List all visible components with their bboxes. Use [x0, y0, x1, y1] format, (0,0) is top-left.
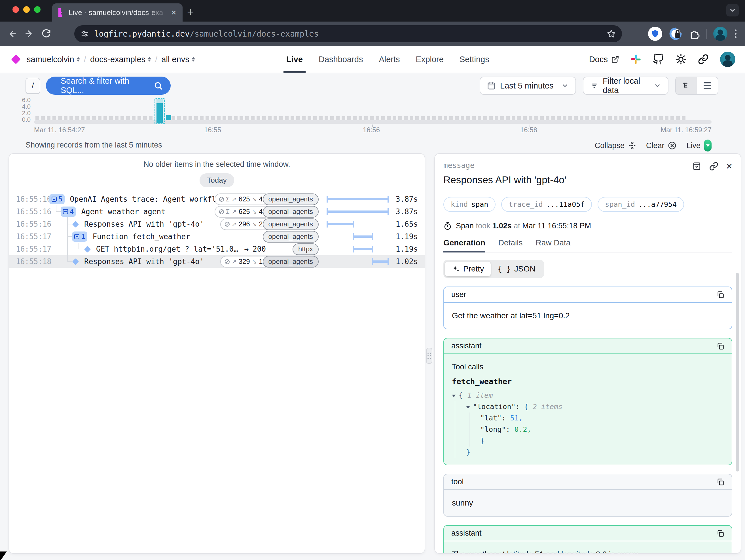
detail-tabs: GenerationDetailsRaw Data [443, 238, 732, 252]
time-range-dropdown[interactable]: Last 5 minutes [480, 76, 576, 95]
tab-search-button[interactable] [726, 4, 739, 17]
tree-expander[interactable]: 4 [61, 207, 76, 217]
breadcrumb-project[interactable]: docs-examples [90, 55, 151, 64]
bitwarden-extension-icon[interactable] [648, 27, 662, 41]
new-tab-button[interactable]: + [187, 6, 194, 18]
zoom-window-button[interactable] [34, 6, 40, 13]
copy-icon[interactable] [716, 291, 724, 299]
tree-expander[interactable]: 1 [72, 231, 87, 242]
search-input[interactable]: Search & filter with SQL... [46, 76, 171, 95]
today-badge: Today [200, 173, 234, 187]
nav-item-live[interactable]: Live [286, 46, 303, 73]
timeline-selected-bar[interactable] [157, 99, 163, 123]
tab-close-icon[interactable]: × [170, 8, 177, 17]
tree-view-toggle[interactable] [676, 77, 697, 94]
logfire-logo[interactable] [11, 55, 21, 64]
scope-tag[interactable]: httpx [293, 243, 319, 255]
message-card-user: user Get the weather at lat=51 lng=0.2 [443, 286, 732, 329]
share-link-icon[interactable] [698, 54, 709, 65]
close-window-button[interactable] [12, 6, 19, 13]
external-link-icon [611, 55, 619, 63]
theme-sun-icon[interactable] [675, 54, 687, 65]
local-filter-dropdown[interactable]: Filter local data [583, 76, 669, 95]
panel-splitter-handle[interactable] [426, 348, 432, 364]
tree-expander[interactable]: 5 [49, 194, 65, 204]
slack-icon[interactable] [630, 54, 641, 65]
timeline-chart[interactable]: Mar 11. 16:54:27 16:55 16:56 16:58 Mar 1… [34, 99, 712, 124]
dock-panel-icon[interactable] [692, 162, 701, 171]
back-icon[interactable] [7, 29, 17, 39]
clear-button[interactable]: Clear [646, 141, 677, 150]
breadcrumb-env[interactable]: all envs [161, 55, 195, 64]
minimize-window-button[interactable] [23, 6, 30, 13]
clear-circle-x-icon [668, 141, 677, 150]
list-view-icon [704, 82, 711, 89]
tab-generation[interactable]: Generation [443, 238, 485, 252]
span-name: GET httpbin.org/get ? lat='51.0' & long=… [96, 245, 239, 253]
waterfall-bar [319, 208, 390, 216]
span-duration-line: Span took 1.02s at Mar 11 16:55:18 PM [443, 222, 732, 230]
collapse-node-icon[interactable] [452, 395, 456, 397]
nav-item-dashboards[interactable]: Dashboards [319, 46, 363, 73]
nav-item-explore[interactable]: Explore [416, 46, 444, 73]
span-detail-panel: message × Responses API with 'gpt-4o' ki… [434, 153, 741, 554]
collapse-node-icon[interactable] [466, 406, 470, 408]
search-icon [154, 81, 163, 90]
pretty-toggle[interactable]: Pretty [445, 261, 491, 276]
scope-tag[interactable]: openai_agents [263, 218, 319, 230]
span-duration: 1.19s [390, 232, 418, 241]
span-diamond-icon [84, 246, 91, 252]
copy-icon[interactable] [716, 529, 724, 537]
trace-rows: 16:55:165OpenAI Agents trace: Agent work… [9, 193, 425, 268]
meta-pill-trace_id[interactable]: trace_id...11a05f [501, 197, 592, 212]
close-detail-icon[interactable]: × [726, 161, 732, 172]
input-tokens-icon: ↗ [232, 208, 237, 215]
copy-link-icon[interactable] [709, 162, 718, 171]
tool-result-text: sunny [444, 490, 732, 516]
list-view-toggle[interactable] [697, 77, 718, 94]
collapse-button[interactable]: Collapse [595, 141, 637, 150]
json-toggle[interactable]: { }JSON [491, 261, 542, 276]
child-count: 4 [70, 208, 74, 216]
copy-icon[interactable] [716, 342, 724, 350]
scope-tag[interactable]: openai_agents [263, 206, 319, 218]
extensions-puzzle-icon[interactable] [689, 28, 700, 39]
url-text[interactable]: logfire.pydantic.dev/samuelcolvin/docs-e… [94, 29, 602, 39]
chevron-updown-icon [76, 57, 80, 62]
forward-icon[interactable] [24, 29, 34, 39]
timeline-bar[interactable] [166, 115, 171, 120]
privacy-extension-icon[interactable] [669, 27, 683, 41]
browser-profile-avatar[interactable] [713, 27, 727, 41]
scope-tag[interactable]: openai_agents [263, 231, 319, 243]
trace-row[interactable]: 16:55:164Agent weather agentΣ↗625↘40open… [9, 206, 425, 218]
toolbar-divider [707, 29, 707, 39]
scope-tag[interactable]: openai_agents [263, 193, 319, 205]
trace-row[interactable]: 16:55:17GET httpbin.org/get ? lat='51.0'… [9, 243, 425, 255]
trace-row[interactable]: 16:55:165OpenAI Agents trace: Agent work… [9, 193, 425, 206]
tool-args-json-tree: { 1 item "location": { 2 items "lat": 51… [452, 390, 724, 458]
browser-menu-icon[interactable] [734, 28, 738, 39]
breadcrumb-org[interactable]: samuelcolvin [27, 55, 80, 64]
reload-icon[interactable] [41, 29, 51, 39]
tab-raw-data[interactable]: Raw Data [536, 238, 571, 252]
url-bar[interactable]: logfire.pydantic.dev/samuelcolvin/docs-e… [74, 25, 622, 42]
message-card-tool: tool sunny [443, 474, 732, 517]
copy-icon[interactable] [716, 478, 724, 486]
site-settings-icon[interactable] [80, 30, 89, 38]
github-icon[interactable] [653, 54, 664, 65]
nav-item-settings[interactable]: Settings [459, 46, 489, 73]
span-duration: 1.02s [390, 257, 418, 266]
docs-link[interactable]: Docs [589, 55, 619, 64]
user-avatar[interactable] [720, 52, 735, 67]
nav-item-alerts[interactable]: Alerts [379, 46, 400, 73]
span-name: Agent weather agent [81, 207, 165, 216]
browser-tab[interactable]: Live · samuelcolvin/docs-exa × [52, 3, 183, 22]
tab-details[interactable]: Details [498, 238, 523, 252]
assistant-final-text: The weather at latitude 51 and longitude… [444, 541, 732, 554]
meta-pill-span_id[interactable]: span_id...a77954 [597, 197, 684, 212]
bookmark-star-icon[interactable] [607, 29, 616, 38]
detail-scrollbar[interactable] [736, 273, 739, 471]
scope-tag[interactable]: openai_agents [263, 256, 319, 268]
meta-pill-kind[interactable]: kindspan [443, 197, 495, 212]
live-toggle[interactable]: Live [686, 139, 712, 152]
